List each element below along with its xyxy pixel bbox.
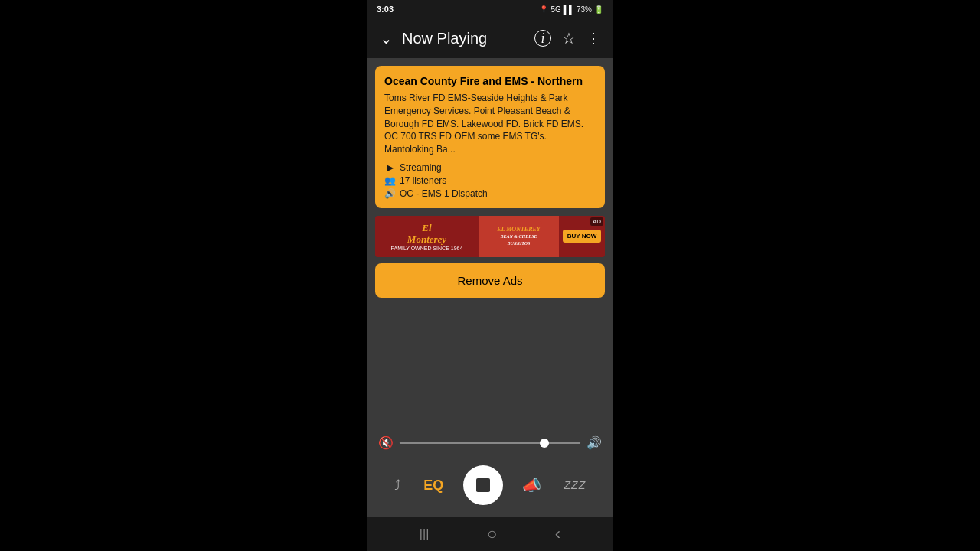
remove-ads-button[interactable]: Remove Ads: [375, 263, 605, 298]
ad-logo-sub: FAMILY-OWNED SINCE 1964: [391, 246, 463, 251]
recent-apps-icon: |||: [420, 527, 429, 540]
back-nav-icon: ‹: [555, 524, 560, 543]
alert-button[interactable]: 📣: [519, 473, 544, 497]
recent-apps-button[interactable]: |||: [420, 527, 429, 541]
bottom-nav: ||| ○ ‹: [368, 517, 612, 551]
battery-text: 73%: [577, 5, 592, 14]
signal-text: 5G: [550, 5, 560, 14]
station-card[interactable]: Ocean County Fire and EMS - Northern Tom…: [375, 66, 605, 208]
signal-bars-icon: ▌▌: [564, 5, 574, 14]
ad-logo-text: ElMonterey: [391, 222, 463, 246]
sleep-icon: ZZZ: [564, 479, 586, 491]
back-nav-button[interactable]: ‹: [555, 524, 560, 544]
ad-banner[interactable]: ElMonterey FAMILY-OWNED SINCE 1964 EL MO…: [375, 216, 605, 257]
home-icon: ○: [487, 524, 497, 543]
home-button[interactable]: ○: [487, 524, 497, 544]
info-button[interactable]: i: [531, 27, 554, 50]
volume-slider[interactable]: [400, 442, 580, 444]
volume-fill: [400, 442, 544, 444]
volume-mute-icon: 🔇: [378, 435, 394, 450]
share-button[interactable]: ⤴: [391, 474, 404, 497]
ad-inner: ElMonterey FAMILY-OWNED SINCE 1964 EL MO…: [375, 216, 605, 257]
status-time: 3:03: [377, 5, 394, 14]
audio-icon: 🔊: [384, 188, 395, 199]
more-vertical-icon: ⋮: [586, 31, 600, 45]
stop-button[interactable]: [463, 465, 503, 505]
station-title: Ocean County Fire and EMS - Northern: [384, 75, 596, 87]
station-description: Toms River FD EMS-Seaside Heights & Park…: [384, 92, 596, 156]
status-icons: 📍 5G ▌▌ 73% 🔋: [539, 5, 603, 14]
empty-space: [368, 304, 612, 428]
share-icon: ⤴: [394, 478, 401, 494]
eq-label: EQ: [423, 478, 443, 494]
eq-button[interactable]: EQ: [420, 474, 446, 497]
more-button[interactable]: ⋮: [583, 28, 603, 48]
channel-name: OC - EMS 1 Dispatch: [400, 188, 488, 199]
main-content: Ocean County Fire and EMS - Northern Tom…: [368, 58, 612, 517]
favorite-button[interactable]: ☆: [559, 26, 579, 51]
ad-product-image: EL MONTEREYBEAN & CHEESE BURRITOS: [479, 216, 559, 257]
back-button[interactable]: ⌄: [377, 26, 396, 51]
location-icon: 📍: [539, 5, 548, 14]
info-icon: i: [534, 30, 551, 47]
star-icon: ☆: [562, 29, 576, 47]
channel-row: 🔊 OC - EMS 1 Dispatch: [384, 188, 596, 199]
play-icon: ▶: [384, 162, 395, 173]
ad-badge: AD: [590, 217, 603, 226]
alert-icon: 📣: [522, 476, 541, 494]
page-title: Now Playing: [402, 30, 531, 47]
volume-thumb: [540, 439, 549, 448]
volume-up-icon: 🔊: [586, 435, 602, 450]
battery-icon: 🔋: [594, 5, 603, 14]
status-bar: 3:03 📍 5G ▌▌ 73% 🔋: [368, 0, 612, 18]
phone-frame: 3:03 📍 5G ▌▌ 73% 🔋 ⌄ Now Playing i ☆ ⋮: [368, 0, 612, 551]
chevron-down-icon: ⌄: [380, 29, 393, 47]
listeners-row: 👥 17 listeners: [384, 175, 596, 186]
ad-logo-left: ElMonterey FAMILY-OWNED SINCE 1964: [375, 216, 479, 257]
nav-action-icons: i ☆ ⋮: [531, 26, 603, 51]
listeners-count: 17 listeners: [400, 175, 446, 186]
streaming-row: ▶ Streaming: [384, 162, 596, 173]
listeners-icon: 👥: [384, 175, 395, 186]
streaming-label: Streaming: [400, 162, 442, 173]
stop-icon: [476, 478, 490, 492]
buy-now-label: BUY NOW: [563, 230, 602, 243]
top-nav: ⌄ Now Playing i ☆ ⋮: [368, 18, 612, 58]
station-meta: ▶ Streaming 👥 17 listeners 🔊 OC - EMS 1 …: [384, 162, 596, 199]
controls-bar: ⤴ EQ 📣 ZZZ: [368, 458, 612, 517]
sleep-button[interactable]: ZZZ: [561, 476, 590, 494]
volume-control: 🔇 🔊: [368, 428, 612, 458]
